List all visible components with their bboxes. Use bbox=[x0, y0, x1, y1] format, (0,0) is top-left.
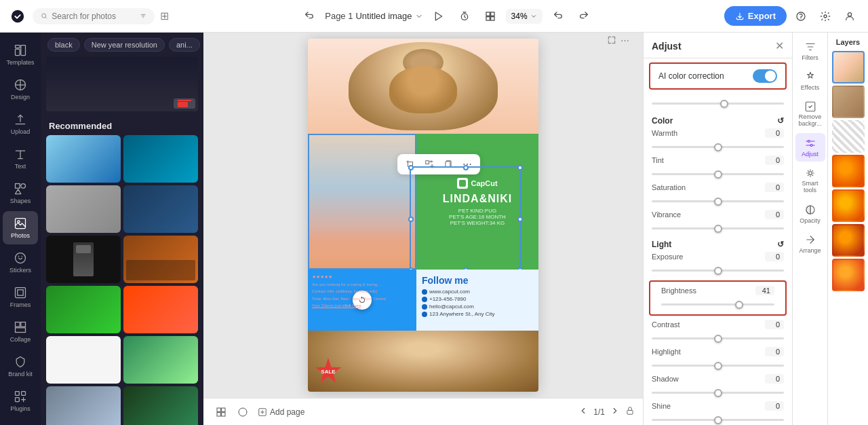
photo-cell-12[interactable] bbox=[123, 386, 198, 425]
layer-thumb-5[interactable] bbox=[832, 189, 865, 222]
transform-icon[interactable] bbox=[422, 157, 437, 172]
layer-thumb-3[interactable] bbox=[832, 120, 865, 153]
layer-thumb-2[interactable] bbox=[832, 86, 865, 118]
redo-button[interactable] bbox=[574, 6, 594, 26]
undo-button[interactable] bbox=[299, 6, 319, 26]
brightness-slider[interactable] bbox=[661, 303, 774, 306]
exposure-slider[interactable] bbox=[652, 270, 784, 272]
search-bar[interactable] bbox=[33, 8, 155, 24]
sidebar-item-collage[interactable]: Collage bbox=[3, 315, 38, 348]
copy-icon[interactable] bbox=[441, 157, 456, 172]
photo-cell-3[interactable] bbox=[46, 185, 121, 233]
add-page-button[interactable]: Add page bbox=[258, 407, 304, 417]
adjust-header: Adjust ✕ bbox=[644, 33, 792, 58]
shadow-slider[interactable] bbox=[652, 392, 784, 394]
photo-cell-6[interactable] bbox=[123, 236, 198, 283]
vibrance-slider-item: Vibrance 0 bbox=[644, 208, 792, 236]
svg-rect-9 bbox=[490, 16, 494, 20]
right-icon-smart-tools[interactable]: Smart tools bbox=[795, 163, 825, 198]
svg-point-12 bbox=[848, 12, 851, 16]
svg-point-44 bbox=[808, 172, 812, 175]
light-reset-icon[interactable]: ↺ bbox=[777, 240, 784, 249]
photo-cell-7[interactable] bbox=[46, 286, 121, 333]
photo-cell-2[interactable] bbox=[123, 135, 198, 183]
settings-button[interactable] bbox=[815, 6, 835, 26]
saturation-slider[interactable] bbox=[652, 200, 784, 202]
right-icon-remove-bg-label: Remove backgr... bbox=[797, 114, 824, 128]
sidebar-item-templates[interactable]: Templates bbox=[3, 38, 38, 71]
search-options-icon[interactable]: ⊞ bbox=[160, 10, 169, 22]
right-icon-adjust[interactable]: Adjust bbox=[795, 133, 825, 162]
contrast-slider[interactable] bbox=[652, 337, 784, 339]
layout-button[interactable] bbox=[480, 6, 500, 26]
undo-action-button[interactable] bbox=[548, 6, 568, 26]
photo-cell-8[interactable] bbox=[123, 286, 198, 333]
tag-new-year[interactable]: New year resolution bbox=[84, 38, 165, 52]
canvas-more-icon[interactable]: ⋯ bbox=[620, 35, 629, 47]
photo-cell-5[interactable] bbox=[46, 236, 121, 283]
zoom-control[interactable]: 34% bbox=[506, 9, 542, 24]
highlight-value: 0 bbox=[765, 347, 784, 356]
search-input[interactable] bbox=[52, 12, 135, 21]
sidebar-item-brand-kit[interactable]: Brand kit bbox=[3, 350, 38, 383]
export-button[interactable]: Export bbox=[724, 6, 787, 26]
next-page-button[interactable] bbox=[610, 406, 620, 418]
right-icon-effects[interactable]: Effects bbox=[795, 67, 825, 95]
top-slider[interactable] bbox=[652, 103, 784, 105]
highlight-slider[interactable] bbox=[652, 365, 784, 367]
sidebar-item-design[interactable]: Design bbox=[3, 73, 38, 106]
sidebar-item-stickers[interactable]: Stickers bbox=[3, 246, 38, 279]
photo-cell-4[interactable] bbox=[123, 185, 198, 233]
sidebar-item-upload[interactable]: Upload bbox=[3, 107, 38, 141]
right-icon-opacity[interactable]: Opacity bbox=[795, 200, 825, 228]
sidebar-item-frames[interactable]: Frames bbox=[3, 280, 38, 314]
ai-color-toggle[interactable] bbox=[753, 69, 777, 83]
photo-cell-9[interactable] bbox=[46, 336, 121, 384]
prev-page-button[interactable] bbox=[578, 406, 588, 418]
shine-slider[interactable] bbox=[652, 419, 784, 421]
crop-icon[interactable] bbox=[403, 157, 418, 172]
layer-thumb-7[interactable] bbox=[832, 259, 865, 291]
right-icon-remove-bg[interactable]: Remove backgr... bbox=[795, 96, 825, 132]
help-button[interactable] bbox=[791, 6, 811, 26]
photo-cell-1[interactable] bbox=[46, 135, 121, 183]
tag-black[interactable]: black bbox=[47, 38, 80, 52]
lock-icon[interactable] bbox=[625, 406, 635, 418]
exposure-slider-item: Exposure 0 bbox=[644, 251, 792, 278]
play-button[interactable] bbox=[429, 6, 449, 26]
right-icon-filters[interactable]: Filters bbox=[795, 37, 825, 65]
photo-cell-11[interactable] bbox=[46, 386, 121, 425]
layer-thumb-6[interactable] bbox=[832, 224, 865, 257]
timer-button[interactable] bbox=[454, 6, 475, 26]
canvas-icon-1[interactable] bbox=[212, 403, 231, 422]
vibrance-slider[interactable] bbox=[652, 227, 784, 229]
layer-thumb-4[interactable] bbox=[832, 155, 865, 187]
photo-cell-10[interactable] bbox=[123, 336, 198, 384]
right-icon-arrange[interactable]: Arrange bbox=[795, 229, 825, 258]
warmth-value: 0 bbox=[765, 128, 784, 138]
search-filter-icon bbox=[140, 12, 146, 20]
sidebar-item-photos[interactable]: Photos bbox=[3, 211, 38, 244]
canvas-main[interactable]: Page 1 ⋯ bbox=[203, 33, 643, 398]
preview-strip bbox=[41, 57, 203, 115]
account-button[interactable] bbox=[840, 6, 860, 26]
layer-thumb-1[interactable] bbox=[832, 51, 865, 84]
color-reset-icon[interactable]: ↺ bbox=[777, 116, 784, 126]
warmth-slider[interactable] bbox=[652, 146, 784, 148]
main-layout: Templates Design Upload Text Shapes Phot… bbox=[0, 33, 868, 425]
pug-top-photo bbox=[308, 39, 538, 134]
adjust-close-button[interactable]: ✕ bbox=[775, 39, 784, 52]
right-icon-opacity-label: Opacity bbox=[800, 217, 821, 224]
doc-title[interactable]: Page 1 Untitled image bbox=[325, 11, 422, 21]
more-icon[interactable]: ⋯ bbox=[460, 157, 475, 172]
canvas-icon-2[interactable] bbox=[233, 403, 252, 422]
tint-slider[interactable] bbox=[652, 173, 784, 175]
canvas-expand-icon[interactable] bbox=[607, 35, 616, 47]
sidebar-item-plugins[interactable]: Plugins bbox=[3, 384, 38, 418]
tag-ani[interactable]: ani... bbox=[169, 38, 200, 52]
sidebar-item-text[interactable]: Text bbox=[3, 142, 38, 175]
topbar-right: Export bbox=[724, 6, 860, 26]
canvas-bottom-left bbox=[212, 403, 252, 422]
sidebar-item-shapes[interactable]: Shapes bbox=[3, 177, 38, 210]
svg-point-21 bbox=[16, 253, 26, 263]
